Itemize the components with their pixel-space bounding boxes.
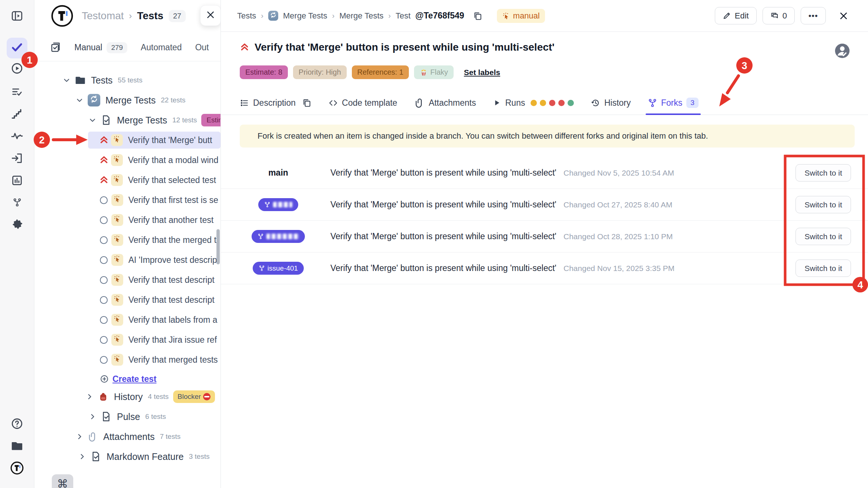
copy-icon[interactable] (473, 11, 482, 21)
tree-node-test[interactable]: Verify that test descript (34, 270, 221, 290)
breadcrumb-app[interactable]: Testomat (82, 10, 124, 22)
tree-node-test[interactable]: Verify that first test is se (34, 190, 221, 210)
status-circle-icon (100, 216, 108, 224)
tab-manual[interactable]: Manual 279 (74, 42, 127, 53)
blurred-branch-name (266, 234, 299, 239)
sidebar-item-runs[interactable] (7, 59, 27, 79)
tab-description[interactable]: Description (240, 91, 312, 115)
fork-row: Verify that 'Merge' button is present wh… (221, 189, 868, 221)
create-test-row[interactable]: Create test (34, 369, 221, 389)
sidebar-item-analytics[interactable] (7, 171, 27, 192)
branch-badge[interactable] (252, 230, 305, 243)
breadcrumb-separator: › (129, 11, 132, 21)
chevron-down-icon[interactable] (76, 96, 83, 104)
tree-header: Testomat › Tests 27 (34, 0, 221, 32)
filter-list-icon[interactable] (50, 42, 61, 53)
tree-node-test[interactable]: Verify that another test (34, 210, 221, 230)
tree-node-count: 22 tests (161, 96, 186, 104)
switch-to-it-button[interactable]: Switch to it (795, 228, 851, 245)
tree-node-test[interactable]: Verify that test descript (34, 290, 221, 310)
sidebar-item-plans[interactable] (7, 82, 27, 103)
panel-toggle-icon[interactable] (7, 6, 27, 27)
tree-node-test[interactable]: Verify that selected test (34, 170, 221, 190)
tree-node-count: 55 tests (118, 76, 142, 84)
tab-automated[interactable]: Automated (141, 43, 182, 52)
tree-node-tests[interactable]: Tests 55 tests (34, 70, 221, 90)
tree-node-test[interactable]: Verify that the merged t (34, 230, 221, 250)
manual-test-icon (111, 214, 123, 226)
chevron-down-icon[interactable] (89, 116, 96, 124)
priority-high-icon (99, 155, 108, 165)
title-row: Verify that 'Merge' button is present wh… (240, 41, 851, 54)
tree-node-label: Verify that test descript (128, 275, 215, 285)
tree-node-test[interactable]: AI 'Improve test descrip (34, 250, 221, 270)
copy-icon[interactable] (302, 98, 312, 108)
sidebar-item-settings[interactable] (7, 215, 27, 236)
tab-runs[interactable]: Runs (493, 91, 574, 115)
comments-button[interactable]: 0 (763, 7, 795, 24)
chevron-right-icon[interactable] (86, 393, 93, 400)
test-id: @Te768f549 (416, 11, 464, 21)
tree-node-label: Pulse (117, 411, 140, 422)
tree-node-test[interactable]: Verify that Jira issue ref (34, 330, 221, 350)
chevron-right-icon[interactable] (78, 453, 86, 460)
chevron-down-icon[interactable] (63, 77, 70, 84)
branch-badge[interactable] (258, 198, 298, 211)
more-button[interactable]: ••• (801, 7, 826, 24)
tab-attachments[interactable]: Attachments (414, 91, 476, 115)
tree-node-history[interactable]: History 4 tests Blocker (34, 387, 221, 407)
labels-row: Estimate: 8 Priority: High References: 1… (240, 65, 500, 79)
tree-node-merge-tests-suite[interactable]: Merge Tests 12 tests Estima (34, 110, 221, 130)
chevron-right-icon[interactable] (89, 413, 96, 420)
tree-node-pulse[interactable]: Pulse 6 tests (34, 407, 221, 427)
tree-node-test-selected[interactable]: Verify that 'Merge' butt (34, 130, 221, 150)
sidebar-item-import[interactable] (7, 149, 27, 169)
crumb-merge-tests[interactable]: Merge Tests (283, 11, 327, 21)
sidebar-item-logo[interactable] (7, 458, 27, 479)
assignee-avatar[interactable] (834, 42, 851, 60)
test-title: Verify that 'Merge' button is present wh… (255, 41, 555, 53)
tree-node-merge-tests[interactable]: Merge Tests 22 tests (34, 90, 221, 110)
tab-history[interactable]: History (591, 91, 631, 115)
list-check-icon (11, 85, 23, 99)
set-labels-link[interactable]: Set labels (464, 68, 500, 77)
detail-close-button[interactable] (836, 9, 851, 23)
chevron-right-icon[interactable] (76, 433, 83, 440)
sidebar-item-help[interactable] (7, 414, 27, 435)
tree-node-test[interactable]: Verify that labels from a (34, 310, 221, 330)
switch-to-it-button[interactable]: Switch to it (795, 260, 851, 277)
switch-to-it-button[interactable]: Switch to it (795, 164, 851, 182)
tree-node-count: 7 tests (160, 433, 181, 441)
tree-scrollbar[interactable] (216, 229, 220, 264)
switch-to-it-button[interactable]: Switch to it (795, 196, 851, 213)
tree-close-button[interactable] (200, 5, 221, 26)
command-key-button[interactable]: ⌘ (52, 474, 73, 488)
sidebar-item-projects[interactable] (7, 436, 27, 457)
tab-code-template[interactable]: Code template (329, 91, 397, 115)
tab-forks[interactable]: Forks 3 (648, 91, 699, 115)
crumb-merge-tests-2[interactable]: Merge Tests (339, 11, 383, 21)
tree-node-test[interactable]: Verify that a modal wind (34, 150, 221, 170)
tree-node-test[interactable]: Verify that merged tests (34, 350, 221, 370)
panel-toggle-glyph (11, 10, 23, 24)
tree-filter-tabs: Manual 279 Automated Out (34, 34, 221, 61)
branch-name: issue-401 (268, 264, 298, 272)
edit-button[interactable]: Edit (715, 7, 757, 24)
breadcrumb-section[interactable]: Tests (137, 10, 164, 22)
sidebar-item-steps[interactable] (7, 104, 27, 125)
branch-badge[interactable]: issue-401 (253, 262, 304, 275)
crumb-tests[interactable]: Tests (237, 11, 256, 21)
tree-node-markdown[interactable]: Markdown Feature 3 tests (34, 447, 221, 467)
tree-node-count: 6 tests (145, 413, 166, 421)
testomat-logo[interactable] (51, 4, 74, 27)
tree-node-attachments[interactable]: Attachments 7 tests (34, 427, 221, 447)
sidebar-item-branches[interactable] (7, 193, 27, 213)
tree-node-label: Markdown Feature (107, 451, 184, 462)
sidebar-item-tests[interactable] (7, 38, 27, 58)
paperclip-icon (414, 98, 425, 108)
create-test-link[interactable]: Create test (112, 374, 157, 384)
close-icon (206, 10, 215, 21)
tab-outdated[interactable]: Out (195, 43, 209, 52)
fork-icon (259, 265, 265, 271)
sidebar-item-pulse[interactable] (7, 126, 27, 147)
